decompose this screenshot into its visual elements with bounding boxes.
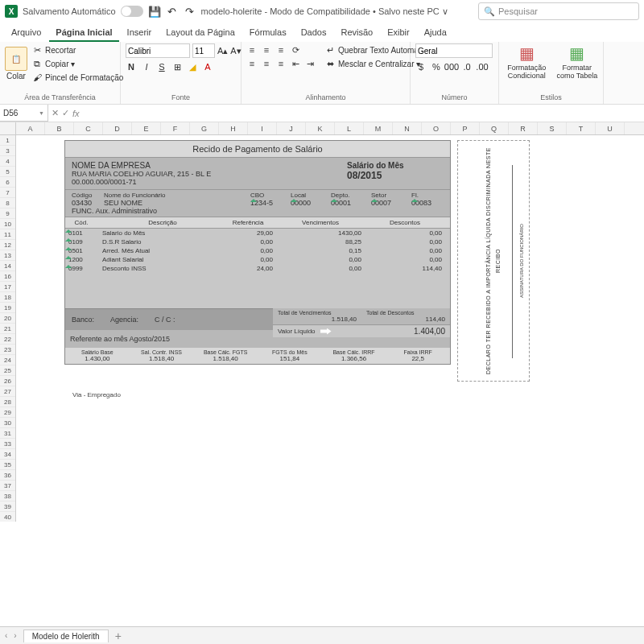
cancel-formula-icon[interactable]: ✕: [52, 108, 59, 118]
align-bot-icon[interactable]: ≡: [275, 44, 287, 56]
row-header[interactable]: 19: [0, 303, 15, 313]
row-header[interactable]: 30: [0, 418, 15, 428]
col-header[interactable]: L: [335, 122, 364, 134]
tab-exibir[interactable]: Exibir: [381, 24, 416, 42]
row-header[interactable]: 17: [0, 282, 15, 292]
copy-button[interactable]: ⧉Copiar ▾: [30, 57, 125, 70]
save-icon[interactable]: 💾: [148, 5, 161, 18]
tab-layout[interactable]: Layout da Página: [159, 24, 242, 42]
row-header[interactable]: 6: [0, 177, 15, 188]
fx-icon[interactable]: fx: [72, 109, 80, 118]
row-header[interactable]: 16: [0, 271, 15, 282]
col-header[interactable]: K: [306, 122, 335, 134]
col-header[interactable]: O: [422, 122, 451, 134]
row-header[interactable]: 39: [0, 502, 15, 512]
name-box[interactable]: D56▼: [0, 105, 48, 122]
redo-icon[interactable]: ↷: [184, 5, 196, 18]
font-color-icon[interactable]: A: [202, 61, 213, 72]
row-header[interactable]: 29: [0, 407, 15, 418]
row-header[interactable]: 14: [0, 261, 15, 271]
row-header[interactable]: 28: [0, 397, 15, 407]
row-header[interactable]: 37: [0, 481, 15, 491]
format-painter-button[interactable]: 🖌Pincel de Formatação: [30, 71, 125, 84]
row-header[interactable]: 25: [0, 365, 15, 376]
cut-button[interactable]: ✂Recortar: [30, 43, 125, 56]
increase-font-icon[interactable]: A▴: [217, 45, 228, 56]
row-header[interactable]: 33: [0, 439, 15, 449]
tab-ajuda[interactable]: Ajuda: [418, 24, 453, 42]
italic-icon[interactable]: I: [141, 61, 152, 72]
comma-icon[interactable]: 000: [446, 61, 457, 72]
cond-format-icon[interactable]: ▦: [519, 43, 535, 63]
cond-format-button[interactable]: Formatação Condicional: [504, 64, 550, 80]
formula-bar[interactable]: [83, 105, 644, 122]
row-header[interactable]: 7: [0, 188, 15, 198]
format-table-icon[interactable]: ▦: [569, 43, 584, 63]
col-header[interactable]: G: [190, 122, 219, 134]
orientation-icon[interactable]: ⟳: [290, 44, 301, 56]
row-header[interactable]: 21: [0, 324, 15, 334]
dec-decimal-icon[interactable]: .00: [477, 61, 488, 72]
row-header[interactable]: 38: [0, 491, 15, 502]
row-header[interactable]: 27: [0, 386, 15, 397]
row-header[interactable]: 22: [0, 334, 15, 345]
row-header[interactable]: 31: [0, 428, 15, 439]
underline-icon[interactable]: S: [156, 61, 167, 72]
col-header[interactable]: S: [538, 122, 567, 134]
row-header[interactable]: 10: [0, 219, 15, 229]
doc-title[interactable]: modelo-holerite - Modo de Compatibilidad…: [201, 6, 448, 17]
align-left-icon[interactable]: ≡: [246, 58, 258, 69]
autosave-toggle[interactable]: [121, 6, 143, 17]
tab-dados[interactable]: Dados: [295, 24, 333, 42]
col-header[interactable]: E: [132, 122, 161, 134]
col-header[interactable]: U: [596, 122, 625, 134]
col-header[interactable]: T: [567, 122, 596, 134]
fill-color-icon[interactable]: ◢: [187, 61, 198, 72]
row-header[interactable]: 18: [0, 292, 15, 303]
paste-icon[interactable]: 📋: [5, 47, 27, 71]
format-table-button[interactable]: Formatar como Tabela: [556, 64, 598, 80]
paste-button[interactable]: Colar: [6, 72, 26, 80]
row-header[interactable]: 26: [0, 376, 15, 386]
font-size-select[interactable]: [192, 43, 215, 58]
border-icon[interactable]: ⊞: [171, 61, 183, 72]
align-right-icon[interactable]: ≡: [275, 58, 287, 69]
col-header[interactable]: R: [509, 122, 538, 134]
bold-icon[interactable]: N: [126, 61, 137, 72]
col-header[interactable]: B: [45, 122, 74, 134]
row-header[interactable]: 23: [0, 345, 15, 355]
tab-arquivo[interactable]: Arquivo: [5, 24, 47, 42]
row-header[interactable]: 9: [0, 208, 15, 219]
col-header[interactable]: F: [161, 122, 190, 134]
indent-inc-icon[interactable]: ⇥: [304, 58, 316, 69]
col-header[interactable]: D: [103, 122, 132, 134]
row-header[interactable]: 8: [0, 198, 15, 208]
percent-icon[interactable]: %: [431, 61, 442, 72]
row-header[interactable]: 24: [0, 355, 15, 365]
col-header[interactable]: I: [248, 122, 277, 134]
worksheet[interactable]: Recido de Pagamento de Salário NOME DA E…: [16, 135, 644, 522]
col-header[interactable]: Q: [480, 122, 509, 134]
row-header[interactable]: 34: [0, 449, 15, 460]
tab-pagina-inicial[interactable]: Página Inicial: [49, 24, 118, 42]
row-header[interactable]: 35: [0, 460, 15, 470]
tab-inserir[interactable]: Inserir: [121, 24, 159, 42]
row-header[interactable]: 5: [0, 167, 15, 177]
row-header[interactable]: 1: [0, 135, 15, 146]
font-name-select[interactable]: [126, 43, 190, 58]
row-header[interactable]: 20: [0, 313, 15, 324]
decrease-font-icon[interactable]: A▾: [230, 45, 241, 56]
row-header[interactable]: 40: [0, 512, 15, 522]
col-header[interactable]: H: [219, 122, 248, 134]
confirm-formula-icon[interactable]: ✓: [62, 108, 69, 118]
col-header[interactable]: M: [364, 122, 393, 134]
col-header[interactable]: P: [451, 122, 480, 134]
tab-revisao[interactable]: Revisão: [334, 24, 379, 42]
row-header[interactable]: 3: [0, 146, 15, 156]
col-header[interactable]: A: [16, 122, 45, 134]
align-mid-icon[interactable]: ≡: [261, 44, 272, 56]
row-header[interactable]: 12: [0, 240, 15, 250]
row-header[interactable]: 13: [0, 250, 15, 261]
row-header[interactable]: 4: [0, 156, 15, 167]
search-input[interactable]: 🔍 Pesquisar: [478, 2, 639, 20]
